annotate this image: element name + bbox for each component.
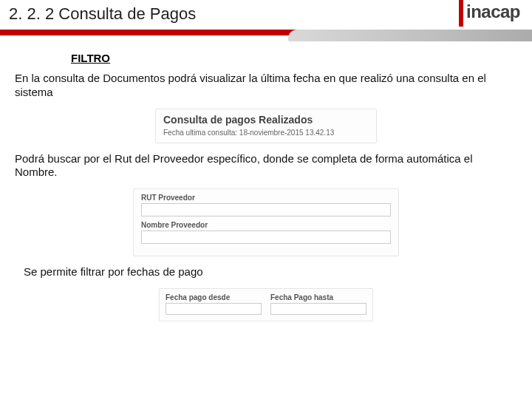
panel-consulta-title: Consulta de pagos Realizados <box>163 114 369 126</box>
field-rut: RUT Proveedor <box>141 194 391 216</box>
field-nombre: Nombre Proveedor <box>141 221 391 244</box>
paragraph-1: En la consulta de Documentos podrá visua… <box>15 72 517 100</box>
header-grey-swoosh <box>288 30 532 41</box>
nombre-input[interactable] <box>141 231 391 244</box>
paragraph-2: Podrá buscar por el Rut del Proveedor es… <box>15 152 517 180</box>
brand-name: inacap <box>466 1 520 22</box>
content-area: FILTRO En la consulta de Documentos podr… <box>0 41 532 321</box>
fecha-desde-label: Fecha pago desde <box>166 293 262 301</box>
nombre-label: Nombre Proveedor <box>141 221 391 229</box>
field-fecha-desde: Fecha pago desde <box>166 293 262 315</box>
rut-label: RUT Proveedor <box>141 194 391 202</box>
panel-consulta-subtitle: Fecha ultima consulta: 18-noviembre-2015… <box>163 129 369 137</box>
panel-consulta-wrap: Consulta de pagos Realizados Fecha ultim… <box>13 109 519 143</box>
panel-form-wrap: RUT Proveedor Nombre Proveedor <box>13 188 519 256</box>
rut-input[interactable] <box>141 203 391 216</box>
panel-consulta: Consulta de pagos Realizados Fecha ultim… <box>155 109 377 143</box>
slide-header: 2. 2. 2 Consulta de Pagos inacap <box>0 0 532 41</box>
panel-form: RUT Proveedor Nombre Proveedor <box>133 188 399 256</box>
panel-dates-wrap: Fecha pago desde Fecha Pago hasta <box>13 288 519 321</box>
page-title: 2. 2. 2 Consulta de Pagos <box>0 0 532 25</box>
fecha-hasta-label: Fecha Pago hasta <box>270 293 366 301</box>
filtro-heading: FILTRO <box>71 52 519 64</box>
field-fecha-hasta: Fecha Pago hasta <box>270 293 366 315</box>
panel-dates: Fecha pago desde Fecha Pago hasta <box>159 288 373 321</box>
fecha-desde-input[interactable] <box>166 303 262 315</box>
fecha-hasta-input[interactable] <box>270 303 366 315</box>
brand-logo: inacap <box>459 0 520 27</box>
logo-bar-icon <box>459 0 463 27</box>
paragraph-3: Se permite filtrar por fechas de pago <box>24 265 517 279</box>
